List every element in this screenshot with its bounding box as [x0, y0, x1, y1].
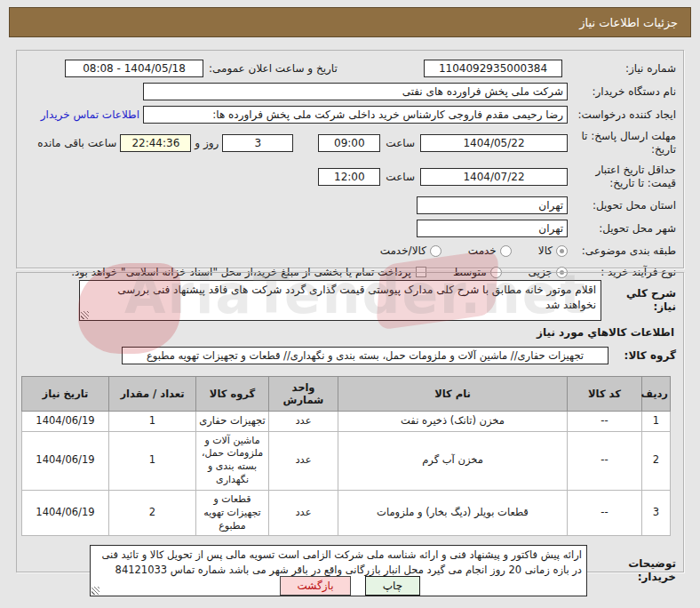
back-button[interactable]: بازگشت [280, 576, 351, 596]
cell-row-index: 3 [642, 490, 671, 536]
table-row: 2 -- مخزن آب گرم عدد ماشین آلات و ملزوما… [22, 431, 671, 490]
col-item-group: گروه کالا [196, 377, 269, 412]
row-province: استان محل تحویل: تهران [22, 196, 676, 215]
row-city: شهر محل تحویل: تهران [22, 219, 676, 238]
cell-item-code: -- [568, 412, 642, 432]
radio-goods-service-label: کالا/خدمت [380, 244, 426, 257]
subject-class-label: طبقه بندی موضوعی: [568, 244, 676, 258]
cell-row-index: 1 [642, 412, 671, 432]
radio-service[interactable] [500, 245, 512, 257]
cell-unit: عدد [269, 412, 338, 432]
col-unit: واحد شمارش [269, 377, 338, 412]
row-need-number: شماره نیاز: 1104092935000384 تاریخ و ساع… [22, 59, 676, 78]
city-label: شهر محل تحویل: [568, 222, 676, 236]
response-deadline-hour-field[interactable]: 09:00 [318, 134, 380, 152]
radio-goods-service[interactable] [430, 245, 441, 257]
price-validity-label: حداقل تاریخ اعتبار قیمت: تا تاریخ: [568, 164, 676, 190]
cell-need-date: 1404/06/19 [22, 490, 109, 536]
cell-item-code: -- [568, 490, 642, 536]
need-details-section: شرح کلي نیاز: اقلام موتور خانه مطابق با … [16, 272, 684, 572]
radio-goods[interactable] [556, 245, 568, 257]
page-title: جزئیات اطلاعات نیاز [9, 7, 691, 37]
cell-item-code: -- [568, 431, 642, 490]
col-quantity: تعداد / مقدار [109, 377, 196, 412]
remaining-days-label: روز و [195, 137, 219, 149]
col-item-name: نام کالا [338, 377, 568, 412]
general-info-section: شماره نیاز: 1104092935000384 تاریخ و ساع… [16, 50, 684, 268]
buyer-notes-text: ارائه پیش فاکتور و پیشنهاد فنی و ارائه ش… [101, 548, 582, 576]
cell-unit: عدد [269, 431, 338, 490]
row-response-deadline: مهلت ارسال پاسخ: تا تاریخ: 1404/05/22 سا… [22, 128, 676, 158]
countdown-label: ساعت باقی مانده [37, 137, 116, 149]
page-title-text: جزئیات اطلاعات نیاز [579, 16, 678, 29]
table-row: 1 -- مخزن (تانک) ذخیره نفت عدد تجهیزات ح… [22, 412, 671, 432]
radio-goods-label: کالا [538, 244, 553, 257]
cell-item-name: قطعات بویلر (دیگ بخار) و ملزومات [338, 490, 568, 536]
buyer-contact-link[interactable]: اطلاعات تماس خریدار [41, 108, 139, 121]
print-button[interactable]: چاپ [365, 576, 420, 596]
radio-service-label: خدمت [468, 244, 497, 257]
cell-row-index: 2 [642, 431, 671, 490]
announce-datetime-label: تاریخ و ساعت اعلان عمومی: [209, 62, 338, 75]
resize-grip-icon[interactable] [81, 311, 89, 319]
cell-need-date: 1404/06/19 [22, 431, 109, 490]
cell-item-name: مخزن (تانک) ذخیره نفت [338, 412, 568, 432]
goods-group-field[interactable]: تجهیزات حفاری// ماشین آلات و ملزومات حمل… [122, 347, 609, 364]
row-price-validity: حداقل تاریخ اعتبار قیمت: تا تاریخ: 1404/… [22, 162, 676, 192]
response-deadline-label: مهلت ارسال پاسخ: تا تاریخ: [568, 130, 676, 156]
cell-quantity: 1 [109, 412, 196, 432]
request-creator-field[interactable]: رضا رحیمی مقدم فاروجی کارشناس خرید داخلی… [143, 106, 568, 124]
row-goods-group: گروه کالا: تجهیزات حفاری// ماشین آلات و … [22, 346, 676, 365]
remaining-days-field: 3 [222, 134, 293, 152]
cell-quantity: 2 [109, 490, 196, 536]
need-description-textarea[interactable]: اقلام موتور خانه مطابق با شرح کلی مدارک … [79, 280, 601, 321]
cell-need-date: 1404/06/19 [22, 412, 109, 432]
need-number-label: شماره نیاز: [568, 62, 676, 76]
province-label: استان محل تحویل: [568, 199, 676, 212]
buyer-org-label: نام دستگاه خریدار: [568, 85, 676, 99]
need-description-label: شرح کلي نیاز: [601, 287, 676, 314]
table-row: 3 -- قطعات بویلر (دیگ بخار) و ملزومات عد… [22, 490, 671, 536]
announce-datetime-field[interactable]: 1404/05/18 - 08:08 [65, 60, 203, 77]
price-validity-hour-field[interactable]: 12:00 [318, 168, 380, 186]
goods-table: ردیف کد کالا نام کالا واحد شمارش گروه کا… [21, 376, 671, 536]
goods-group-label: گروه کالا: [609, 349, 676, 363]
price-validity-hour-label: ساعت [386, 171, 415, 183]
cell-item-group: قطعات و تجهیزات تهویه مطبوع [196, 490, 269, 536]
col-need-date: تاریخ نیاز [22, 377, 109, 412]
response-deadline-hour-label: ساعت [386, 137, 415, 149]
col-row-index: ردیف [642, 377, 671, 412]
row-need-description: شرح کلي نیاز: اقلام موتور خانه مطابق با … [22, 280, 676, 321]
countdown-timer: 22:44:36 [120, 134, 191, 152]
need-details-page: { "title": "جزئیات اطلاعات نیاز", "form"… [0, 0, 700, 608]
city-field[interactable]: تهران [417, 220, 568, 237]
cell-item-group: ماشین آلات و ملزومات حمل، بسته بندی و نگ… [196, 431, 269, 490]
price-validity-date-field[interactable]: 1404/07/22 [420, 168, 568, 186]
goods-table-header-row: ردیف کد کالا نام کالا واحد شمارش گروه کا… [22, 377, 671, 412]
row-request-creator: ایجاد کننده درخواست: رضا رحیمی مقدم فارو… [22, 105, 676, 124]
footer-actions: چاپ بازگشت [0, 576, 700, 596]
row-buyer-org: نام دستگاه خریدار: شرکت ملی پخش فراورده … [22, 82, 676, 101]
buyer-org-field[interactable]: شرکت ملی پخش فراورده های نفتی [143, 83, 568, 100]
need-description-text: اقلام موتور خانه مطابق با شرح کلی مدارک … [117, 284, 596, 311]
cell-quantity: 1 [109, 431, 196, 490]
request-creator-label: ایجاد کننده درخواست: [568, 108, 676, 122]
col-item-code: کد کالا [568, 377, 642, 412]
need-number-field[interactable]: 1104092935000384 [424, 60, 562, 77]
row-subject-class: طبقه بندی موضوعی: کالا خدمت کالا/خدمت [22, 242, 676, 260]
goods-section-header: اطلاعات کالاهاي مورد نیاز [22, 326, 674, 339]
cell-item-group: تجهیزات حفاری [196, 412, 269, 432]
province-field[interactable]: تهران [417, 196, 568, 214]
response-deadline-date-field[interactable]: 1404/05/22 [420, 134, 568, 152]
cell-unit: عدد [269, 490, 338, 536]
cell-item-name: مخزن آب گرم [338, 431, 568, 490]
